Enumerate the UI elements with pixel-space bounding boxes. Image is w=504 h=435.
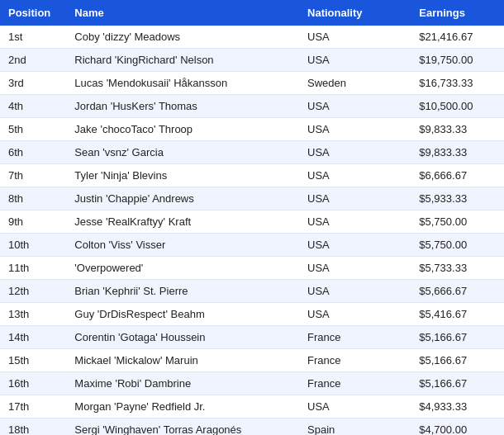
cell-earnings: $9,833.33: [411, 141, 504, 164]
cell-name: Jake 'chocoTaco' Throop: [66, 118, 299, 141]
cell-earnings: $5,166.67: [411, 372, 504, 395]
cell-nationality: USA: [299, 280, 411, 303]
cell-name: 'Overpowered': [66, 257, 299, 280]
cell-nationality: USA: [299, 395, 411, 418]
cell-position: 3rd: [0, 72, 66, 95]
cell-earnings: $5,750.00: [411, 210, 504, 234]
table-row: 14thCorentin 'Gotaga' HousseinFrance$5,1…: [0, 326, 504, 349]
cell-nationality: Sweden: [299, 72, 411, 95]
cell-position: 12th: [0, 280, 66, 303]
cell-position: 8th: [0, 187, 66, 210]
cell-name: Sean 'vsnz' Garcia: [66, 141, 299, 164]
cell-nationality: France: [299, 326, 411, 349]
cell-earnings: $5,166.67: [411, 349, 504, 372]
cell-earnings: $5,750.00: [411, 234, 504, 257]
cell-nationality: Spain: [299, 418, 411, 436]
table-row: 13thGuy 'DrDisRespect' BeahmUSA$5,416.67: [0, 303, 504, 326]
table-row: 11th'Overpowered'USA$5,733.33: [0, 257, 504, 280]
cell-earnings: $21,416.67: [411, 26, 504, 49]
table-row: 2ndRichard 'KingRichard' NelsonUSA$19,75…: [0, 49, 504, 72]
table-row: 17thMorgan 'Payne' Redfield Jr.USA$4,933…: [0, 395, 504, 418]
cell-nationality: USA: [299, 257, 411, 280]
table-row: 8thJustin 'Chappie' AndrewsUSA$5,933.33: [0, 187, 504, 210]
cell-name: Guy 'DrDisRespect' Beahm: [66, 303, 299, 326]
cell-position: 17th: [0, 395, 66, 418]
table-row: 12thBrian 'Kephrii' St. PierreUSA$5,666.…: [0, 280, 504, 303]
cell-earnings: $5,666.67: [411, 280, 504, 303]
header-position: Position: [0, 0, 66, 26]
cell-earnings: $16,733.33: [411, 72, 504, 95]
cell-earnings: $4,933.33: [411, 395, 504, 418]
cell-nationality: USA: [299, 118, 411, 141]
cell-position: 2nd: [0, 49, 66, 72]
cell-nationality: USA: [299, 95, 411, 118]
cell-position: 11th: [0, 257, 66, 280]
cell-name: Morgan 'Payne' Redfield Jr.: [66, 395, 299, 418]
header-name: Name: [66, 0, 299, 26]
cell-name: Lucas 'Mendokusaii' Håkansson: [66, 72, 299, 95]
cell-nationality: USA: [299, 26, 411, 49]
cell-earnings: $4,700.00: [411, 418, 504, 436]
cell-position: 18th: [0, 418, 66, 436]
cell-earnings: $19,750.00: [411, 49, 504, 72]
cell-name: Jesse 'RealKraftyy' Kraft: [66, 210, 299, 234]
table-row: 3rdLucas 'Mendokusaii' HåkanssonSweden$1…: [0, 72, 504, 95]
cell-nationality: USA: [299, 141, 411, 164]
cell-position: 16th: [0, 372, 66, 395]
table-row: 9thJesse 'RealKraftyy' KraftUSA$5,750.00: [0, 210, 504, 234]
table-header-row: Position Name Nationality Earnings: [0, 0, 504, 26]
cell-nationality: USA: [299, 49, 411, 72]
cell-nationality: USA: [299, 164, 411, 187]
header-earnings: Earnings: [411, 0, 504, 26]
cell-earnings: $5,166.67: [411, 326, 504, 349]
table-row: 1stCoby 'dizzy' MeadowsUSA$21,416.67: [0, 26, 504, 49]
cell-earnings: $10,500.00: [411, 95, 504, 118]
table-row: 6thSean 'vsnz' GarciaUSA$9,833.33: [0, 141, 504, 164]
table-row: 10thColton 'Viss' VisserUSA$5,750.00: [0, 234, 504, 257]
cell-name: Jordan 'HusKers' Thomas: [66, 95, 299, 118]
cell-position: 6th: [0, 141, 66, 164]
table-row: 18thSergi 'Winghaven' Torras AragonésSpa…: [0, 418, 504, 436]
cell-nationality: USA: [299, 210, 411, 234]
cell-name: Corentin 'Gotaga' Houssein: [66, 326, 299, 349]
cell-name: Mickael 'Mickalow' Maruin: [66, 349, 299, 372]
cell-name: Colton 'Viss' Visser: [66, 234, 299, 257]
cell-position: 9th: [0, 210, 66, 234]
cell-position: 7th: [0, 164, 66, 187]
cell-earnings: $5,416.67: [411, 303, 504, 326]
cell-position: 14th: [0, 326, 66, 349]
cell-name: Maxime 'Robi' Dambrine: [66, 372, 299, 395]
cell-position: 5th: [0, 118, 66, 141]
cell-earnings: $5,733.33: [411, 257, 504, 280]
cell-nationality: France: [299, 349, 411, 372]
cell-name: Justin 'Chappie' Andrews: [66, 187, 299, 210]
cell-earnings: $5,933.33: [411, 187, 504, 210]
cell-name: Brian 'Kephrii' St. Pierre: [66, 280, 299, 303]
cell-name: Tyler 'Ninja' Blevins: [66, 164, 299, 187]
cell-position: 1st: [0, 26, 66, 49]
header-nationality: Nationality: [299, 0, 411, 26]
cell-earnings: $6,666.67: [411, 164, 504, 187]
cell-position: 13th: [0, 303, 66, 326]
cell-position: 10th: [0, 234, 66, 257]
table-row: 16thMaxime 'Robi' DambrineFrance$5,166.6…: [0, 372, 504, 395]
cell-nationality: USA: [299, 234, 411, 257]
cell-earnings: $9,833.33: [411, 118, 504, 141]
cell-nationality: USA: [299, 303, 411, 326]
cell-nationality: USA: [299, 187, 411, 210]
table-row: 15thMickael 'Mickalow' MaruinFrance$5,16…: [0, 349, 504, 372]
cell-position: 15th: [0, 349, 66, 372]
table-row: 4thJordan 'HusKers' ThomasUSA$10,500.00: [0, 95, 504, 118]
leaderboard-table: Position Name Nationality Earnings 1stCo…: [0, 0, 504, 435]
cell-name: Richard 'KingRichard' Nelson: [66, 49, 299, 72]
cell-name: Coby 'dizzy' Meadows: [66, 26, 299, 49]
table-row: 7thTyler 'Ninja' BlevinsUSA$6,666.67: [0, 164, 504, 187]
cell-name: Sergi 'Winghaven' Torras Aragonés: [66, 418, 299, 436]
cell-position: 4th: [0, 95, 66, 118]
table-row: 5thJake 'chocoTaco' ThroopUSA$9,833.33: [0, 118, 504, 141]
cell-nationality: France: [299, 372, 411, 395]
